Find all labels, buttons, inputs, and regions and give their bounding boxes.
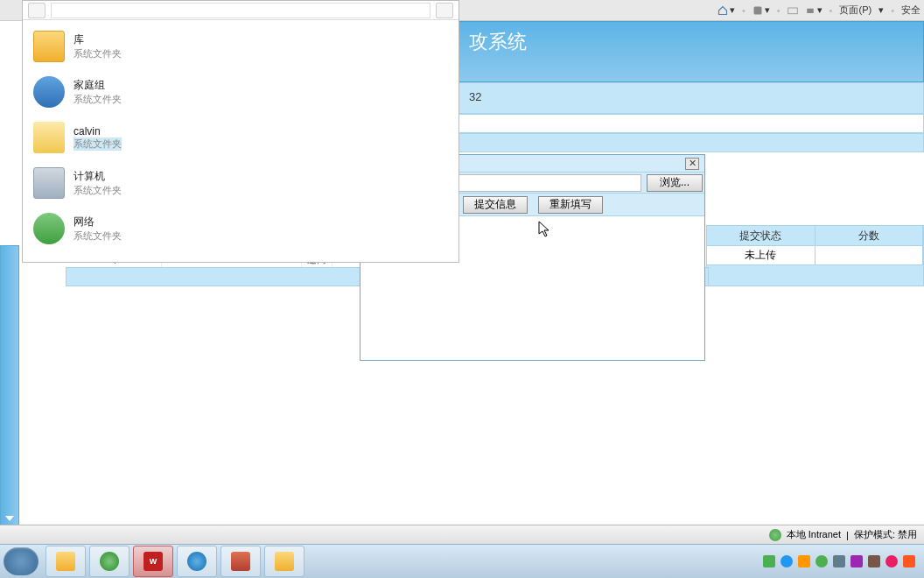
location-list: 库系统文件夹 家庭组系统文件夹 calvin系统文件夹 计算机系统文件夹 网络系… xyxy=(23,20,458,262)
location-computer[interactable]: 计算机系统文件夹 xyxy=(23,160,458,206)
task-wps[interactable]: W xyxy=(133,546,173,577)
tray-icon-5[interactable] xyxy=(833,555,845,567)
location-library[interactable]: 库系统文件夹 xyxy=(23,24,458,69)
task-folder[interactable] xyxy=(46,546,86,577)
status-bar: 本地 Intranet | 保护模式: 禁用 xyxy=(0,525,924,544)
page-menu[interactable]: 页面(P) xyxy=(839,4,872,17)
task-explorer[interactable] xyxy=(264,546,304,577)
protected-mode-text: 保护模式: 禁用 xyxy=(854,528,917,541)
table-row-empty xyxy=(706,265,924,286)
table-header-row: 提交状态 分数 xyxy=(706,225,924,246)
svg-rect-0 xyxy=(753,6,761,14)
location-user[interactable]: calvin系统文件夹 xyxy=(23,115,458,160)
tray-icon-3[interactable] xyxy=(798,555,810,567)
system-tray xyxy=(758,555,920,567)
table-data-row: 未上传 xyxy=(706,246,924,265)
cell-score xyxy=(816,246,924,264)
feed-icon[interactable]: ▾ xyxy=(752,4,770,16)
tray-icon-7[interactable] xyxy=(868,555,880,567)
close-icon[interactable]: ✕ xyxy=(685,158,699,170)
homegroup-icon xyxy=(33,76,65,108)
sidebar-collapsed[interactable] xyxy=(0,245,19,525)
submit-button[interactable]: 提交信息 xyxy=(463,196,528,214)
tray-icon-9[interactable] xyxy=(903,555,915,567)
print-icon[interactable]: ▾ xyxy=(805,4,822,16)
dialog-toolbar xyxy=(23,1,458,20)
tray-icon-4[interactable] xyxy=(816,555,828,567)
mail-icon[interactable] xyxy=(788,5,798,16)
file-open-dialog: 库系统文件夹 家庭组系统文件夹 calvin系统文件夹 计算机系统文件夹 网络系… xyxy=(22,0,459,263)
zone-icon xyxy=(769,529,781,541)
tray-icon-8[interactable] xyxy=(886,555,898,567)
browse-button[interactable]: 浏览... xyxy=(647,174,703,192)
safety-menu[interactable]: 安全 xyxy=(901,4,920,17)
network-icon xyxy=(33,213,65,244)
path-field[interactable] xyxy=(51,3,430,18)
back-button[interactable] xyxy=(28,3,46,18)
location-homegroup[interactable]: 家庭组系统文件夹 xyxy=(23,69,458,115)
location-network[interactable]: 网络系统文件夹 xyxy=(23,206,458,251)
user-folder-icon xyxy=(33,122,65,153)
home-icon[interactable]: ▾ xyxy=(718,4,735,16)
start-button[interactable] xyxy=(4,547,38,575)
library-icon xyxy=(33,31,65,62)
task-browser[interactable] xyxy=(89,546,130,577)
computer-icon xyxy=(33,167,65,199)
view-button[interactable] xyxy=(436,3,453,18)
svg-rect-2 xyxy=(807,8,814,12)
header-status: 提交状态 xyxy=(707,226,816,245)
reset-button[interactable]: 重新填写 xyxy=(538,196,603,214)
tray-icon-6[interactable] xyxy=(850,555,863,567)
cell-status: 未上传 xyxy=(707,246,816,264)
zone-text: 本地 Intranet xyxy=(787,528,841,541)
tray-icon-1[interactable] xyxy=(763,555,775,567)
taskbar: W xyxy=(0,544,924,578)
header-score: 分数 xyxy=(816,226,924,245)
tray-icon-2[interactable] xyxy=(780,555,793,567)
task-notes[interactable] xyxy=(220,546,261,577)
svg-rect-1 xyxy=(788,8,797,14)
task-ie[interactable] xyxy=(177,546,217,577)
